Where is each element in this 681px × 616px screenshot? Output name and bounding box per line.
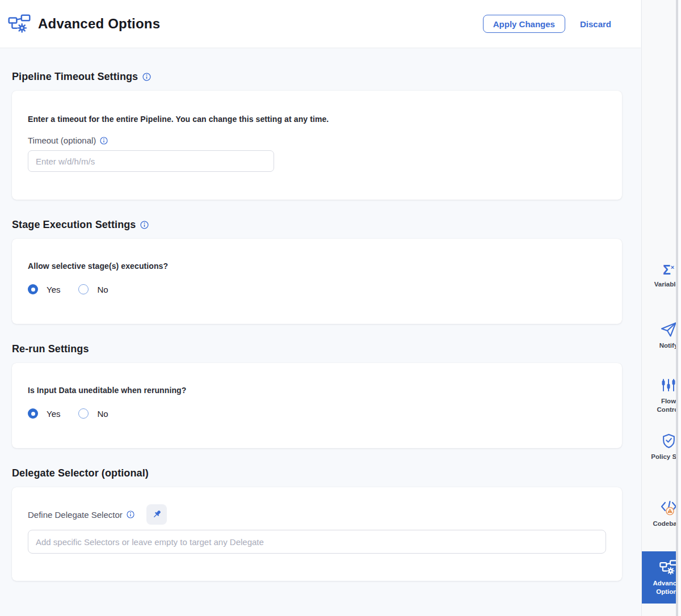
radio-selected-icon[interactable] bbox=[28, 408, 38, 419]
discard-button[interactable]: Discard bbox=[580, 19, 611, 29]
info-icon[interactable] bbox=[140, 221, 149, 229]
stage-execution-section-heading: Stage Execution Settings bbox=[12, 219, 622, 231]
info-icon[interactable] bbox=[127, 510, 134, 518]
info-icon[interactable] bbox=[100, 137, 108, 145]
sidebar-item-flow-control[interactable]: Flow Control bbox=[642, 377, 679, 414]
stage-execution-radio-group: Yes No bbox=[28, 284, 606, 294]
sidebar-item-advanced-options[interactable]: Advanced Options bbox=[642, 551, 679, 604]
stage-execution-heading: Stage Execution Settings bbox=[12, 219, 136, 231]
timeout-heading: Pipeline Timeout Settings bbox=[12, 71, 138, 83]
delegate-field-label: Define Delegate Selector bbox=[28, 510, 123, 520]
sidebar-item-label: Policy Sets bbox=[651, 453, 679, 461]
timeout-field-label: Timeout (optional) bbox=[28, 136, 96, 145]
right-edge-gap bbox=[678, 0, 681, 616]
info-icon[interactable] bbox=[142, 73, 151, 81]
delegate-section-heading: Delegate Selector (optional) bbox=[12, 467, 622, 479]
radio-label-no: No bbox=[97, 285, 108, 294]
sidebar-item-variables[interactable]: Σ× Variables bbox=[642, 260, 679, 289]
timeout-description: Enter a timeout for the entire Pipeline.… bbox=[28, 115, 606, 124]
advanced-options-icon bbox=[659, 559, 678, 576]
sidebar-item-notify[interactable]: Notify bbox=[642, 321, 679, 350]
variables-icon: Σ× bbox=[663, 260, 674, 277]
panel-header: Advanced Options Apply Changes Discard bbox=[0, 0, 641, 48]
timeout-section-heading: Pipeline Timeout Settings bbox=[12, 71, 622, 83]
vertical-scrollbar[interactable] bbox=[676, 0, 678, 616]
sidebar-item-label: Flow Control bbox=[650, 397, 679, 414]
pin-delegate-button[interactable] bbox=[146, 504, 167, 525]
radio-label-no: No bbox=[97, 409, 108, 419]
delegate-heading: Delegate Selector (optional) bbox=[12, 467, 149, 479]
codebase-icon bbox=[660, 499, 678, 516]
sidebar-item-label: Advanced Options bbox=[650, 579, 679, 596]
timeout-card: Enter a timeout for the entire Pipeline.… bbox=[12, 91, 622, 200]
header-actions: Apply Changes Discard bbox=[483, 15, 611, 33]
delegate-card: Define Delegate Selector bbox=[12, 487, 622, 581]
radio-label-yes: Yes bbox=[47, 285, 60, 294]
rerun-question: Is Input Data uneditable when rerunning? bbox=[28, 386, 606, 395]
stage-execution-card: Allow selective stage(s) executions? Yes… bbox=[12, 239, 622, 324]
timeout-input[interactable] bbox=[28, 150, 274, 172]
policy-sets-icon bbox=[662, 432, 676, 449]
radio-label-yes: Yes bbox=[47, 409, 60, 419]
sidebar-item-policy-sets[interactable]: Policy Sets bbox=[642, 432, 679, 461]
advanced-options-icon bbox=[8, 14, 31, 33]
notify-icon bbox=[660, 321, 677, 338]
radio-option-no[interactable]: No bbox=[78, 408, 108, 419]
settings-content: Pipeline Timeout Settings Enter a timeou… bbox=[0, 48, 641, 581]
radio-option-no[interactable]: No bbox=[78, 284, 108, 294]
rerun-card: Is Input Data uneditable when rerunning?… bbox=[12, 363, 622, 448]
apply-changes-button[interactable]: Apply Changes bbox=[483, 15, 565, 33]
delegate-selector-input[interactable] bbox=[28, 530, 606, 554]
sidebar-item-codebase[interactable]: Codebase bbox=[642, 499, 679, 528]
stage-execution-question: Allow selective stage(s) executions? bbox=[28, 261, 606, 271]
radio-option-yes[interactable]: Yes bbox=[28, 284, 60, 294]
page-title: Advanced Options bbox=[38, 16, 160, 32]
sidebar-item-label: Variables bbox=[654, 280, 679, 289]
rerun-heading: Re-run Settings bbox=[12, 343, 89, 355]
radio-unselected-icon[interactable] bbox=[78, 408, 89, 419]
radio-option-yes[interactable]: Yes bbox=[28, 408, 60, 419]
sidebar-item-label: Codebase bbox=[653, 520, 679, 528]
flow-control-icon bbox=[661, 377, 676, 394]
main-panel: Advanced Options Apply Changes Discard P… bbox=[0, 0, 641, 616]
radio-unselected-icon[interactable] bbox=[78, 284, 89, 294]
rerun-section-heading: Re-run Settings bbox=[12, 343, 622, 355]
pin-icon bbox=[151, 509, 162, 520]
radio-selected-icon[interactable] bbox=[28, 284, 38, 294]
rerun-radio-group: Yes No bbox=[28, 408, 606, 419]
stage-settings-sidebar: Σ× Variables Notify bbox=[641, 0, 679, 616]
sidebar-item-label: Notify bbox=[659, 341, 678, 350]
gear-glyph bbox=[18, 24, 26, 32]
